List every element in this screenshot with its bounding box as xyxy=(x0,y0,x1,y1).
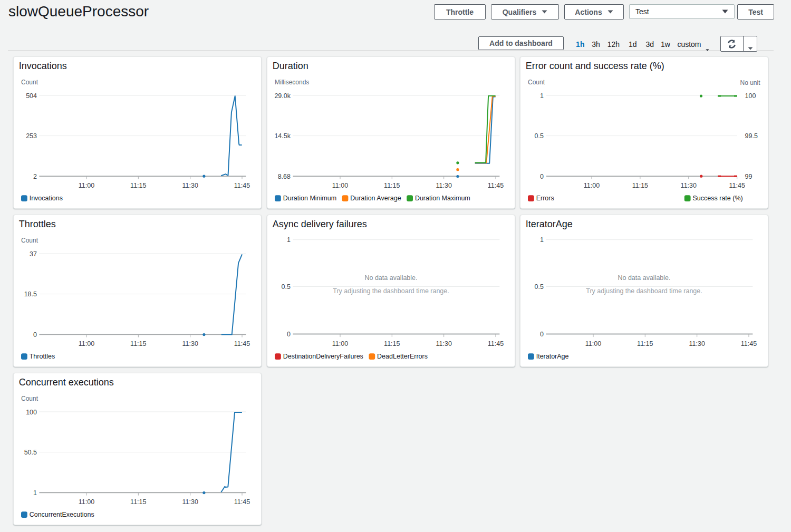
svg-text:11:30: 11:30 xyxy=(436,182,452,189)
svg-text:IteratorAge: IteratorAge xyxy=(536,353,569,360)
svg-text:1: 1 xyxy=(540,92,544,100)
svg-text:11:45: 11:45 xyxy=(729,182,745,189)
svg-text:11:00: 11:00 xyxy=(79,340,94,347)
svg-text:100: 100 xyxy=(745,92,756,100)
svg-text:29.0k: 29.0k xyxy=(274,92,291,100)
svg-text:Duration: Duration xyxy=(273,61,308,71)
svg-text:DeadLetterErrors: DeadLetterErrors xyxy=(377,353,428,360)
svg-text:11:00: 11:00 xyxy=(584,182,600,189)
svg-text:Duration Maximum: Duration Maximum xyxy=(415,195,470,202)
svg-text:504: 504 xyxy=(26,92,37,100)
svg-text:0: 0 xyxy=(287,331,291,338)
svg-text:50.5: 50.5 xyxy=(24,449,37,456)
svg-text:Error count and success rate (: Error count and success rate (%) xyxy=(526,61,664,71)
svg-text:1: 1 xyxy=(287,236,291,244)
svg-text:11:15: 11:15 xyxy=(384,340,400,347)
svg-text:8.68: 8.68 xyxy=(278,173,291,180)
svg-text:Async delivery failures: Async delivery failures xyxy=(273,219,367,229)
svg-text:Count: Count xyxy=(21,237,38,244)
svg-text:37: 37 xyxy=(30,250,37,258)
svg-text:Milliseconds: Milliseconds xyxy=(275,79,309,86)
svg-text:11:45: 11:45 xyxy=(488,340,504,347)
svg-text:11:00: 11:00 xyxy=(332,340,348,347)
svg-text:14.5k: 14.5k xyxy=(274,132,291,140)
svg-text:99.5: 99.5 xyxy=(745,132,758,140)
svg-text:Duration Minimum: Duration Minimum xyxy=(283,195,336,202)
svg-text:Try adjusting the dashboard ti: Try adjusting the dashboard time range. xyxy=(586,287,702,295)
svg-text:2: 2 xyxy=(33,173,37,180)
svg-text:Count: Count xyxy=(21,79,38,86)
svg-text:11:15: 11:15 xyxy=(384,182,400,189)
svg-text:11:30: 11:30 xyxy=(182,182,198,189)
svg-text:No data available.: No data available. xyxy=(618,274,670,282)
svg-text:11:30: 11:30 xyxy=(182,498,198,506)
svg-text:11:15: 11:15 xyxy=(632,182,648,189)
svg-text:Invocations: Invocations xyxy=(19,61,67,71)
svg-text:ConcurrentExecutions: ConcurrentExecutions xyxy=(30,511,94,518)
svg-text:1: 1 xyxy=(33,489,37,497)
svg-text:11:00: 11:00 xyxy=(585,340,601,347)
svg-text:0: 0 xyxy=(540,331,544,338)
svg-text:11:45: 11:45 xyxy=(234,182,250,189)
svg-text:11:15: 11:15 xyxy=(130,340,146,347)
svg-text:Try adjusting the dashboard ti: Try adjusting the dashboard time range. xyxy=(333,287,449,295)
svg-text:253: 253 xyxy=(26,132,37,140)
svg-text:11:30: 11:30 xyxy=(182,340,198,347)
svg-text:11:15: 11:15 xyxy=(637,340,653,347)
svg-text:11:15: 11:15 xyxy=(130,498,146,506)
svg-text:11:45: 11:45 xyxy=(234,498,250,506)
svg-text:Throttles: Throttles xyxy=(19,219,56,229)
svg-text:11:30: 11:30 xyxy=(681,182,697,189)
svg-text:Success rate (%): Success rate (%) xyxy=(693,195,743,202)
svg-text:No unit: No unit xyxy=(740,79,760,86)
svg-text:11:15: 11:15 xyxy=(130,182,146,189)
svg-text:0.5: 0.5 xyxy=(535,283,544,291)
svg-text:1: 1 xyxy=(540,236,544,244)
svg-text:11:45: 11:45 xyxy=(488,182,504,189)
svg-text:100: 100 xyxy=(26,409,37,416)
svg-text:Invocations: Invocations xyxy=(30,195,63,202)
svg-text:Errors: Errors xyxy=(536,195,554,202)
svg-text:11:45: 11:45 xyxy=(741,340,757,347)
svg-text:11:30: 11:30 xyxy=(436,340,452,347)
svg-text:0.5: 0.5 xyxy=(535,132,544,140)
svg-text:IteratorAge: IteratorAge xyxy=(526,219,573,229)
svg-text:11:00: 11:00 xyxy=(332,182,348,189)
svg-text:Count: Count xyxy=(21,395,38,402)
svg-text:DestinationDeliveryFailures: DestinationDeliveryFailures xyxy=(283,353,363,360)
svg-text:0.5: 0.5 xyxy=(282,283,291,291)
svg-text:11:00: 11:00 xyxy=(79,182,94,189)
svg-text:99: 99 xyxy=(745,173,753,180)
svg-text:0: 0 xyxy=(540,173,544,180)
svg-text:0: 0 xyxy=(33,331,37,338)
svg-text:18.5: 18.5 xyxy=(24,291,37,298)
svg-text:11:45: 11:45 xyxy=(234,340,250,347)
svg-text:Duration Average: Duration Average xyxy=(350,195,401,202)
svg-text:11:30: 11:30 xyxy=(689,340,705,347)
svg-text:Concurrent executions: Concurrent executions xyxy=(19,377,114,388)
svg-text:Throttles: Throttles xyxy=(30,353,55,360)
svg-text:No data available.: No data available. xyxy=(364,274,417,282)
svg-text:11:00: 11:00 xyxy=(79,498,94,506)
svg-text:Count: Count xyxy=(528,79,545,86)
